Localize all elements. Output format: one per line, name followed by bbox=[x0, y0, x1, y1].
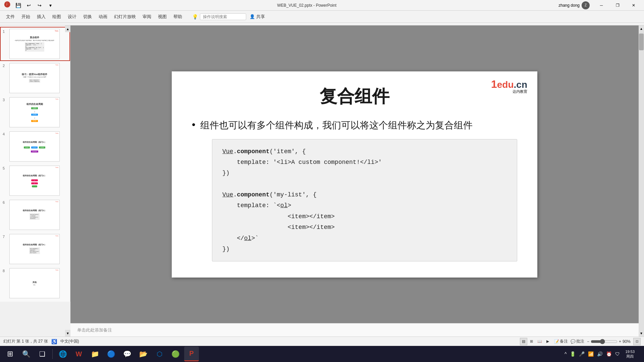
tray-battery: 🔋 bbox=[569, 350, 577, 358]
user-avatar: Z bbox=[582, 1, 590, 9]
slide-preview-1: Tedu 复合组件 • 组件也可以有多个组件构成，我们可以将这个组件称之为复合组… bbox=[9, 29, 60, 59]
tray-network: 📶 bbox=[587, 350, 595, 358]
slide-thumb-3[interactable]: 3 Tedu 组件的生命周期 创建期 ↓ 存在期 ↓ 销毁期 bbox=[0, 95, 70, 129]
start-button[interactable]: ⊞ bbox=[3, 347, 17, 361]
scroll-down-button[interactable]: ▼ bbox=[65, 330, 70, 337]
slide-thumb-5[interactable]: 5 Tedu 组件的生命周期（练习2） ● ● bbox=[0, 164, 70, 198]
menu-bar: 文件 开始 插入 绘图 设计 切换 动画 幻灯片放映 审阅 视图 帮助 💡 👤 … bbox=[0, 11, 644, 23]
normal-view-button[interactable]: ▤ bbox=[520, 338, 527, 345]
slide-thumb-8[interactable]: 8 Tedu 其他 内容... bbox=[0, 266, 70, 300]
menu-start[interactable]: 开始 bbox=[18, 12, 34, 21]
scrollbar-down-arrow[interactable]: ▼ bbox=[640, 330, 643, 337]
slide-title: 复合组件 bbox=[172, 85, 537, 108]
slide-panel[interactable]: 1 Tedu 复合组件 • 组件也可以有多个组件构成，我们可以将这个组件称之为复… bbox=[0, 25, 70, 302]
menu-view[interactable]: 视图 bbox=[155, 12, 170, 21]
menu-insert[interactable]: 插入 bbox=[34, 12, 49, 21]
lightbulb-icon: 💡 bbox=[192, 14, 198, 19]
zoom-slider[interactable] bbox=[591, 339, 618, 344]
window-title: WEB_VUE_02.pptx - PowerPoint bbox=[55, 3, 558, 8]
customize-button[interactable]: ▾ bbox=[46, 1, 55, 10]
wps-app[interactable]: W bbox=[71, 347, 86, 361]
notes-icon: 📝 bbox=[554, 339, 559, 344]
taskbar-time: 19:53 周四 bbox=[625, 349, 635, 359]
right-scrollbar[interactable]: ▲ ▼ bbox=[639, 25, 644, 337]
restore-button[interactable]: ❐ bbox=[610, 0, 625, 11]
taskbar: ⊞ 🔍 ❑ 🌐 W 📁 🔵 💬 📂 ⬡ 🟢 P ^ 🔋 🎤 📶 🔊 ⏰ bbox=[0, 346, 644, 362]
notes-bar[interactable]: 单击此处添加备注 bbox=[70, 323, 639, 337]
slide-preview-6: Tedu 组件的生命周期（练习3） beforeCreate()created(… bbox=[9, 200, 60, 230]
quick-access-toolbar: 🅟 💾 ↩ ↪ ▾ bbox=[3, 1, 55, 10]
menu-file[interactable]: 文件 bbox=[3, 12, 18, 21]
menu-help[interactable]: 帮助 bbox=[170, 12, 185, 21]
person-icon: 👤 bbox=[250, 14, 255, 19]
user-section: zhang dong Z bbox=[558, 1, 590, 9]
undo-button[interactable]: ↩ bbox=[24, 1, 34, 10]
slide-panel-wrapper: 1 Tedu 复合组件 • 组件也可以有多个组件构成，我们可以将这个组件称之为复… bbox=[0, 25, 70, 337]
slide-preview-5: Tedu 组件的生命周期（练习2） ● ● bbox=[9, 166, 60, 196]
taskbar-separator-1 bbox=[52, 349, 53, 359]
menu-slideshow[interactable]: 幻灯片放映 bbox=[111, 12, 139, 21]
scrollbar-thumb[interactable] bbox=[639, 34, 644, 50]
username-label: zhang dong bbox=[558, 3, 580, 8]
zoom-out-icon[interactable]: − bbox=[587, 339, 589, 344]
powerpoint-app[interactable]: P bbox=[184, 347, 199, 361]
vscode-app[interactable]: ⬡ bbox=[152, 347, 167, 361]
feiq-app[interactable]: 💬 bbox=[120, 347, 135, 361]
zoom-level: 90% bbox=[623, 339, 631, 344]
save-button[interactable]: 💾 bbox=[13, 1, 23, 10]
status-bar: 幻灯片 第 1 张，共 27 张 ♿ 中文(中国) ▤ ⊞ 📖 ▶ 📝 备注 💬… bbox=[0, 337, 644, 346]
slide-preview-4: Tedu 组件的生命周期（练习1） created mounted update… bbox=[9, 131, 60, 162]
task-view-button[interactable]: ❑ bbox=[35, 347, 50, 361]
clock-section[interactable]: 19:53 周四 bbox=[623, 349, 637, 359]
menu-design[interactable]: 设计 bbox=[64, 12, 80, 21]
greensoft-app[interactable]: 🟢 bbox=[168, 347, 183, 361]
explorer-app[interactable]: 📁 bbox=[88, 347, 102, 361]
code-line-10: }) bbox=[222, 244, 507, 254]
search-button[interactable]: 🔍 bbox=[19, 347, 34, 361]
close-button[interactable]: ✕ bbox=[626, 0, 641, 11]
slide-thumb-1[interactable]: 1 Tedu 复合组件 • 组件也可以有多个组件构成，我们可以将这个组件称之为复… bbox=[0, 27, 70, 61]
statusbar-right: ▤ ⊞ 📖 ▶ 📝 备注 💬 批注 − + 90% ⊡ bbox=[520, 338, 641, 345]
menu-review[interactable]: 审阅 bbox=[139, 12, 155, 21]
tray-expand[interactable]: ^ bbox=[563, 350, 568, 358]
tray-volume[interactable]: 🔊 bbox=[596, 350, 604, 358]
slide-bullet-text: 组件也可以有多个组件构成，我们可以将这个组件称之为复合组件 bbox=[200, 118, 473, 132]
edge-app[interactable]: 🌐 bbox=[55, 347, 70, 361]
slideshow-button[interactable]: ▶ bbox=[544, 338, 551, 345]
share-label[interactable]: 共享 bbox=[256, 14, 265, 20]
slide-logo: 1edu.cn 达内教育 bbox=[491, 78, 527, 94]
notes-placeholder[interactable]: 单击此处添加备注 bbox=[77, 327, 112, 333]
slide-thumb-6[interactable]: 6 Tedu 组件的生命周期（练习3） beforeCreate()create… bbox=[0, 198, 70, 232]
redo-button[interactable]: ↪ bbox=[35, 1, 44, 10]
scroll-up-button[interactable]: ▲ bbox=[65, 25, 70, 32]
slide-thumb-4[interactable]: 4 Tedu 组件的生命周期（练习1） created mounted upda… bbox=[0, 129, 70, 164]
app-icon: 🅟 bbox=[3, 1, 12, 10]
slide-preview-7: Tedu 组件的生命周期（练习4） beforeUpdate()updated(… bbox=[9, 234, 60, 264]
notes-button[interactable]: 📝 备注 bbox=[554, 339, 568, 344]
scrollbar-up-arrow[interactable]: ▲ bbox=[640, 25, 643, 32]
files-app[interactable]: 📂 bbox=[136, 347, 151, 361]
menu-draw[interactable]: 绘图 bbox=[49, 12, 64, 21]
code-line-8: <item></item> bbox=[222, 222, 507, 233]
slide-thumb-7[interactable]: 7 Tedu 组件的生命周期（练习4） beforeUpdate()update… bbox=[0, 232, 70, 266]
code-line-5: Vue.component('my-list', { bbox=[222, 189, 507, 200]
menu-animation[interactable]: 动画 bbox=[95, 12, 111, 21]
system-tray: ^ 🔋 🎤 📶 🔊 ⏰ 🛡 19:53 周四 bbox=[563, 347, 641, 361]
zoom-in-icon[interactable]: + bbox=[619, 339, 621, 344]
search-input[interactable] bbox=[203, 14, 243, 19]
slide-thumb-2[interactable]: 2 Tedu 练习：使用Vue组件组件 • 创建一个自定义<menu-compo… bbox=[0, 61, 70, 95]
slide-preview-2: Tedu 练习：使用Vue组件组件 • 创建一个自定义<menu-compone… bbox=[9, 63, 60, 93]
bullet-point: • bbox=[192, 119, 196, 130]
chrome-app[interactable]: 🔵 bbox=[104, 347, 118, 361]
accessibility-icon: ♿ bbox=[51, 339, 57, 344]
show-desktop-button[interactable] bbox=[639, 347, 641, 361]
menu-transition[interactable]: 切换 bbox=[80, 12, 95, 21]
comments-button[interactable]: 💬 批注 bbox=[571, 339, 584, 344]
comments-label: 批注 bbox=[576, 339, 584, 344]
share-section: 👤 共享 bbox=[250, 14, 265, 20]
fit-to-window-button[interactable]: ⊡ bbox=[633, 338, 641, 345]
slide-sorter-button[interactable]: ⊞ bbox=[528, 338, 535, 345]
minimize-button[interactable]: ─ bbox=[594, 0, 609, 11]
search-box[interactable] bbox=[200, 13, 246, 20]
reading-view-button[interactable]: 📖 bbox=[536, 338, 543, 345]
